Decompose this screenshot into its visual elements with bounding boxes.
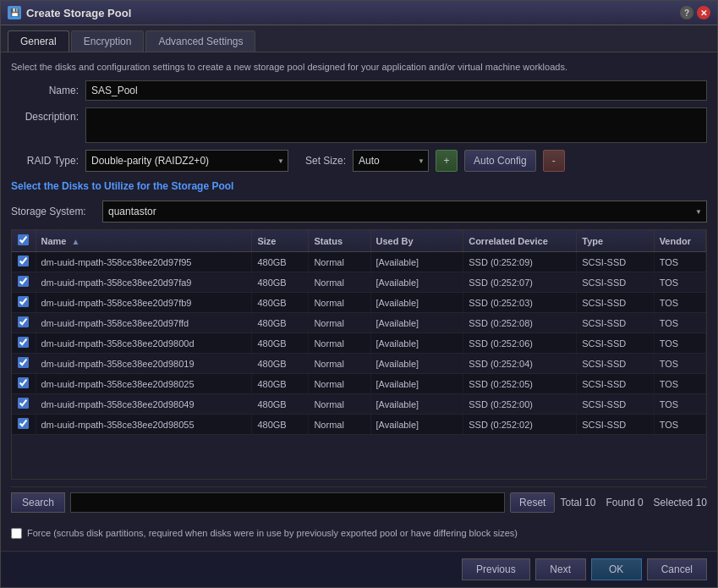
row-checkbox[interactable] — [18, 276, 29, 287]
tab-advanced-settings[interactable]: Advanced Settings — [145, 30, 255, 52]
th-size[interactable]: Size — [252, 230, 309, 252]
description: Select the disks and configuration setti… — [11, 61, 707, 74]
previous-button[interactable]: Previous — [462, 558, 530, 580]
th-status[interactable]: Status — [309, 230, 370, 252]
th-correlated[interactable]: Correlated Device — [463, 230, 577, 252]
storage-system-select[interactable]: quantastor — [102, 201, 707, 223]
row-status: Normal — [309, 415, 370, 435]
setsize-select-wrapper: Auto — [353, 150, 429, 172]
row-checkbox[interactable] — [18, 296, 29, 307]
th-vendor[interactable]: Vendor — [654, 230, 705, 252]
th-type[interactable]: Type — [577, 230, 654, 252]
select-all-checkbox[interactable] — [18, 234, 29, 245]
row-size: 480GB — [252, 394, 309, 415]
row-vendor: TOS — [654, 333, 705, 354]
table-row: dm-uuid-mpath-358ce38ee20d98019 480GB No… — [12, 354, 706, 374]
row-size: 480GB — [252, 252, 309, 272]
sort-arrow-name: ▲ — [72, 237, 80, 246]
autoconfig-button[interactable]: Auto Config — [464, 150, 536, 172]
table-row: dm-uuid-mpath-358ce38ee20d97fa9 480GB No… — [12, 272, 706, 293]
row-corr: SSD (0:252:05) — [463, 374, 577, 394]
row-usedby: [Available] — [370, 293, 463, 313]
row-corr: SSD (0:252:06) — [463, 333, 577, 354]
row-vendor: TOS — [654, 252, 705, 272]
title-controls: ? ✕ — [680, 6, 710, 19]
row-status: Normal — [309, 293, 370, 313]
th-name[interactable]: Name ▲ — [36, 230, 252, 252]
force-checkbox[interactable] — [11, 528, 22, 539]
row-corr: SSD (0:252:08) — [463, 313, 577, 333]
total-value: 10 — [584, 497, 595, 508]
row-vendor: TOS — [654, 354, 705, 374]
storage-system-row: Storage System: quantastor — [11, 201, 707, 223]
row-type: SCSI-SSD — [577, 374, 654, 394]
row-checkbox[interactable] — [18, 337, 29, 348]
raid-select-wrapper: Double-parity (RAIDZ2+0) — [85, 150, 288, 172]
row-checkbox-cell — [12, 333, 36, 354]
row-corr: SSD (0:252:02) — [463, 415, 577, 435]
row-usedby: [Available] — [370, 272, 463, 293]
row-checkbox[interactable] — [18, 418, 29, 429]
found-value: 0 — [638, 497, 644, 508]
select-disks-header: Select the Disks to Utilize for the Stor… — [11, 179, 707, 194]
search-button[interactable]: Search — [11, 492, 65, 513]
row-type: SCSI-SSD — [577, 415, 654, 435]
row-type: SCSI-SSD — [577, 394, 654, 415]
row-corr: SSD (0:252:07) — [463, 272, 577, 293]
row-usedby: [Available] — [370, 252, 463, 272]
row-size: 480GB — [252, 333, 309, 354]
row-type: SCSI-SSD — [577, 333, 654, 354]
reset-button[interactable]: Reset — [510, 492, 555, 513]
tab-general[interactable]: General — [8, 30, 69, 52]
row-usedby: [Available] — [370, 333, 463, 354]
row-name: dm-uuid-mpath-358ce38ee20d98049 — [36, 394, 252, 415]
row-name: dm-uuid-mpath-358ce38ee20d97f95 — [36, 252, 252, 272]
description-textarea[interactable] — [85, 107, 707, 143]
setsize-select[interactable]: Auto — [353, 150, 429, 172]
row-name: dm-uuid-mpath-358ce38ee20d97ffd — [36, 313, 252, 333]
row-vendor: TOS — [654, 293, 705, 313]
row-size: 480GB — [252, 374, 309, 394]
row-status: Normal — [309, 394, 370, 415]
row-status: Normal — [309, 272, 370, 293]
close-button[interactable]: ✕ — [697, 6, 710, 19]
raid-row: RAID Type: Double-parity (RAIDZ2+0) Set … — [11, 150, 707, 172]
name-input[interactable] — [85, 80, 707, 101]
row-checkbox-cell — [12, 293, 36, 313]
ok-button[interactable]: OK — [591, 558, 642, 580]
row-checkbox-cell — [12, 374, 36, 394]
search-stats: Total 10 Found 0 Selected 10 — [560, 497, 707, 508]
row-name: dm-uuid-mpath-358ce38ee20d98055 — [36, 415, 252, 435]
table-row: dm-uuid-mpath-358ce38ee20d98055 480GB No… — [12, 415, 706, 435]
minus-button[interactable]: - — [543, 150, 565, 172]
description-row: Description: — [11, 107, 707, 143]
row-status: Normal — [309, 313, 370, 333]
row-checkbox[interactable] — [18, 377, 29, 388]
row-checkbox[interactable] — [18, 256, 29, 267]
row-checkbox[interactable] — [18, 316, 29, 327]
table-row: dm-uuid-mpath-358ce38ee20d98049 480GB No… — [12, 394, 706, 415]
tabs-bar: General Encryption Advanced Settings — [1, 25, 717, 52]
plus-button[interactable]: + — [436, 150, 458, 172]
search-input[interactable] — [70, 492, 505, 513]
row-type: SCSI-SSD — [577, 293, 654, 313]
row-usedby: [Available] — [370, 374, 463, 394]
found-stat: Found 0 — [606, 497, 644, 508]
row-checkbox[interactable] — [18, 398, 29, 409]
setsize-label: Set Size: — [295, 155, 346, 167]
th-usedby[interactable]: Used By — [370, 230, 463, 252]
row-usedby: [Available] — [370, 354, 463, 374]
row-checkbox-cell — [12, 394, 36, 415]
table-header: Name ▲ Size Status Used By Correlated De… — [12, 230, 706, 252]
help-button[interactable]: ? — [680, 6, 693, 19]
row-checkbox[interactable] — [18, 357, 29, 368]
next-button[interactable]: Next — [535, 558, 586, 580]
row-corr: SSD (0:252:00) — [463, 394, 577, 415]
row-type: SCSI-SSD — [577, 272, 654, 293]
row-size: 480GB — [252, 293, 309, 313]
disk-table: Name ▲ Size Status Used By Correlated De… — [12, 230, 706, 435]
tab-encryption[interactable]: Encryption — [71, 30, 145, 52]
raid-type-select[interactable]: Double-parity (RAIDZ2+0) — [85, 150, 288, 172]
cancel-button[interactable]: Cancel — [647, 558, 707, 580]
search-bar: Search Reset Total 10 Found 0 Selected 1… — [11, 486, 707, 518]
